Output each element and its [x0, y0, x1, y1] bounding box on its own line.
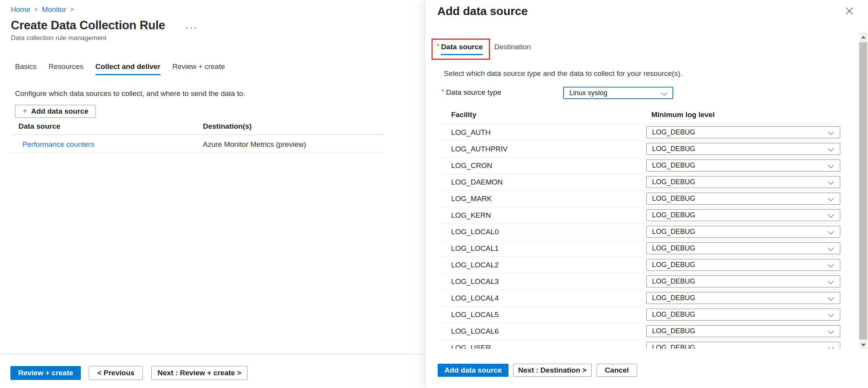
next-review-create-button[interactable]: Next : Review + create > — [151, 366, 248, 380]
plus-icon: + — [22, 106, 27, 116]
log-level-select[interactable]: LOG_DEBUG — [646, 160, 840, 171]
facility-label: LOG_LOCAL4 — [451, 290, 499, 306]
row-divider — [442, 306, 842, 307]
column-header-data-source: Data source — [18, 122, 60, 131]
more-menu-icon[interactable]: ··· — [185, 25, 198, 29]
row-divider — [442, 207, 842, 207]
facility-label: LOG_AUTHPRIV — [451, 141, 508, 157]
row-divider — [442, 124, 842, 124]
facility-label: LOG_USER — [451, 339, 491, 349]
facility-rows: LOG_AUTH LOG_DEBUG LOG_AUTHPRIV LOG_DEBU… — [425, 124, 868, 349]
facility-label: LOG_LOCAL5 — [451, 306, 499, 323]
log-level-select[interactable]: LOG_DEBUG — [646, 193, 840, 205]
panel-cancel-button[interactable]: Cancel — [597, 364, 637, 377]
log-level-select[interactable]: LOG_DEBUG — [646, 325, 840, 337]
log-level-select[interactable]: LOG_DEBUG — [646, 126, 840, 138]
tab-basics[interactable]: Basics — [15, 62, 37, 75]
facility-label: LOG_AUTH — [451, 124, 490, 141]
row-divider — [442, 323, 842, 323]
facility-row: LOG_LOCAL3 LOG_DEBUG — [425, 273, 868, 290]
close-button[interactable] — [843, 5, 855, 17]
panel-next-destination-button[interactable]: Next : Destination > — [513, 364, 592, 377]
chevron-down-icon — [828, 278, 834, 284]
scroll-up-button[interactable] — [859, 32, 867, 42]
chevron-down-icon — [661, 90, 667, 96]
required-asterisk: * — [442, 88, 444, 96]
data-source-type-label-text: Data source type — [446, 88, 502, 96]
data-source-type-label: *Data source type — [442, 88, 501, 97]
log-level-value: LOG_DEBUG — [652, 226, 695, 237]
chevron-down-icon — [828, 162, 834, 168]
facility-row: LOG_KERN LOG_DEBUG — [425, 207, 868, 223]
log-level-select[interactable]: LOG_DEBUG — [646, 342, 840, 349]
facility-label: LOG_LOCAL0 — [451, 223, 499, 240]
chevron-down-icon — [828, 311, 834, 317]
breadcrumb-home-link[interactable]: Home — [11, 5, 30, 14]
min-log-level-column-header: Minimum log level — [651, 111, 715, 119]
footer-divider — [0, 354, 425, 354]
log-level-select[interactable]: LOG_DEBUG — [646, 309, 840, 321]
table-row-divider — [11, 153, 384, 153]
add-data-source-panel: Add data source *Data source Destination… — [425, 0, 868, 388]
chevron-down-icon — [828, 129, 834, 135]
log-level-value: LOG_DEBUG — [652, 326, 695, 337]
log-level-select[interactable]: LOG_DEBUG — [646, 226, 840, 238]
log-level-select[interactable]: LOG_DEBUG — [646, 176, 840, 188]
row-divider — [442, 290, 842, 290]
log-level-value: LOG_DEBUG — [652, 276, 695, 287]
breadcrumb: Home > Monitor > — [11, 5, 74, 14]
panel-tab-data-source[interactable]: *Data source — [437, 43, 483, 55]
log-level-select[interactable]: LOG_DEBUG — [646, 143, 840, 155]
log-level-select[interactable]: LOG_DEBUG — [646, 292, 840, 304]
log-level-value: LOG_DEBUG — [652, 143, 695, 155]
page-subtitle: Data collection rule management — [11, 34, 107, 42]
panel-add-data-source-button[interactable]: Add data source — [438, 364, 508, 377]
breadcrumb-monitor-link[interactable]: Monitor — [42, 5, 66, 14]
facility-row: LOG_LOCAL4 LOG_DEBUG — [425, 290, 868, 306]
table-header-divider — [11, 134, 384, 135]
page-tabs: Basics Resources Collect and deliver Rev… — [15, 62, 225, 75]
facility-label: LOG_MARK — [451, 190, 492, 207]
log-level-value: LOG_DEBUG — [652, 292, 695, 304]
destination-cell: Azure Monitor Metrics (preview) — [203, 140, 306, 149]
facility-row: LOG_LOCAL0 LOG_DEBUG — [425, 223, 868, 240]
panel-title: Add data source — [437, 5, 528, 18]
facility-label: LOG_KERN — [451, 207, 491, 223]
facility-label: LOG_DAEMON — [451, 174, 503, 190]
add-data-source-button[interactable]: + Add data source — [15, 105, 96, 118]
scrollbar[interactable] — [859, 32, 867, 350]
tab-resources[interactable]: Resources — [49, 62, 84, 75]
facility-row: LOG_USER LOG_DEBUG — [425, 339, 868, 349]
facility-label: LOG_LOCAL6 — [451, 323, 499, 339]
log-level-select[interactable]: LOG_DEBUG — [646, 209, 840, 221]
facility-row: LOG_DAEMON LOG_DEBUG — [425, 174, 868, 190]
row-divider — [442, 273, 842, 274]
facility-label: LOG_LOCAL2 — [451, 257, 499, 273]
log-level-select[interactable]: LOG_DEBUG — [646, 242, 840, 254]
log-level-select[interactable]: LOG_DEBUG — [646, 275, 840, 287]
row-divider — [442, 257, 842, 257]
review-create-button[interactable]: Review + create — [10, 366, 81, 380]
row-divider — [442, 190, 842, 191]
tab-review-create[interactable]: Review + create — [172, 62, 225, 75]
log-level-select[interactable]: LOG_DEBUG — [646, 259, 840, 271]
column-header-destinations: Destination(s) — [203, 122, 252, 131]
facility-row: LOG_AUTH LOG_DEBUG — [425, 124, 868, 141]
tab-collect-and-deliver[interactable]: Collect and deliver — [95, 62, 161, 75]
scrollbar-thumb[interactable] — [859, 42, 867, 339]
chevron-down-icon — [828, 228, 834, 235]
facility-column-header: Facility — [451, 111, 476, 119]
performance-counters-link[interactable]: Performance counters — [22, 140, 94, 149]
log-level-value: LOG_DEBUG — [652, 160, 695, 171]
chevron-down-icon — [828, 245, 834, 251]
required-asterisk: * — [437, 43, 440, 50]
data-source-type-select[interactable]: Linux syslog — [563, 87, 673, 99]
log-level-value: LOG_DEBUG — [652, 176, 695, 188]
facility-row: LOG_CRON LOG_DEBUG — [425, 157, 868, 174]
log-level-value: LOG_DEBUG — [652, 210, 695, 221]
previous-button[interactable]: < Previous — [89, 366, 143, 380]
panel-tab-data-source-label: Data source — [441, 43, 483, 55]
panel-tab-destination[interactable]: Destination — [494, 43, 531, 51]
page-title: Create Data Collection Rule — [11, 18, 165, 32]
log-level-value: LOG_DEBUG — [652, 127, 695, 138]
